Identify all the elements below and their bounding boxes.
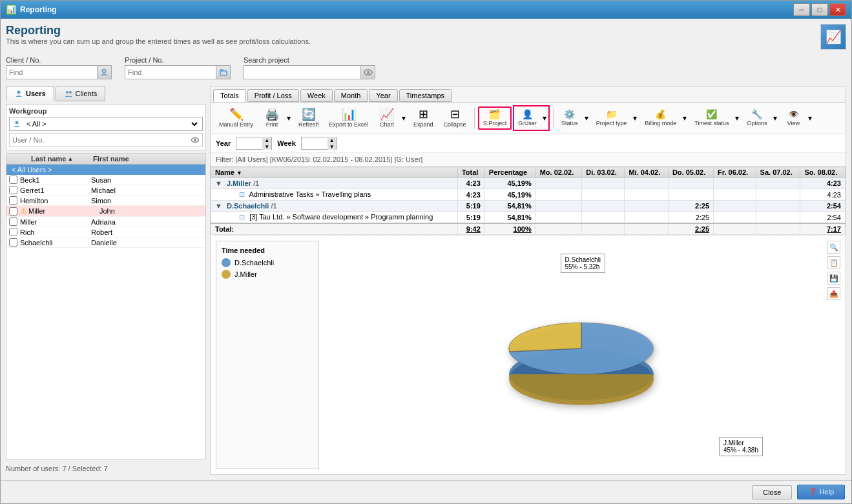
user-row[interactable]: Schaelchli Danielle bbox=[6, 237, 205, 248]
search-project-input[interactable] bbox=[244, 67, 360, 77]
th-name[interactable]: Name ▼ bbox=[211, 167, 458, 178]
user-filter-row bbox=[9, 133, 203, 147]
manual-entry-button[interactable]: ✏️ Manual Entry bbox=[214, 106, 258, 130]
client-input[interactable] bbox=[6, 67, 97, 77]
tab-year[interactable]: Year bbox=[369, 89, 397, 102]
user-link[interactable]: D.Schaelchli bbox=[227, 202, 269, 210]
project-type-button[interactable]: 📁 Project type bbox=[592, 107, 632, 129]
timest-status-button[interactable]: ✅ Timest.status bbox=[690, 107, 733, 129]
th-total[interactable]: Total bbox=[457, 167, 484, 178]
si-project-button[interactable]: 🗂️ S:Project bbox=[478, 106, 512, 130]
table-sub-row[interactable]: ⊡ Administrative Tasks » Travelling plan… bbox=[211, 189, 846, 201]
user-checkbox[interactable] bbox=[9, 217, 17, 226]
expand-row-icon[interactable]: ▼ bbox=[215, 179, 222, 187]
table-group-row[interactable]: ▼ D.Schaelchli /1 5:19 54,81% 2:25 2:54 bbox=[211, 201, 846, 212]
client-search-button[interactable] bbox=[97, 66, 111, 79]
last-name-header[interactable]: Last name ▲ bbox=[9, 155, 93, 163]
manual-entry-icon: ✏️ bbox=[229, 108, 244, 120]
clients-tab[interactable]: Clients bbox=[56, 86, 106, 101]
g-user-button[interactable]: 👤 G:User bbox=[514, 108, 541, 128]
tab-month[interactable]: Month bbox=[334, 89, 368, 102]
minimize-button[interactable]: ─ bbox=[793, 3, 810, 16]
print-dropdown-arrow[interactable]: ▾ bbox=[285, 106, 293, 130]
user-checkbox[interactable] bbox=[9, 228, 17, 236]
print-button[interactable]: 🖨️ Print bbox=[259, 106, 285, 130]
users-tab-label: Users bbox=[26, 90, 46, 97]
th-mi[interactable]: Mi. 04.02. bbox=[625, 167, 669, 178]
close-button[interactable]: Close bbox=[752, 485, 792, 499]
tooltip-miller: J.Miller45% - 4.38h bbox=[719, 437, 763, 456]
table-sub-row[interactable]: ⊡ [3] Tau Ltd. » Software development » … bbox=[211, 212, 846, 224]
user-filter-input[interactable] bbox=[12, 136, 191, 144]
user-row[interactable]: Rich Robert bbox=[6, 227, 205, 237]
project-type-dropdown-arrow[interactable]: ▾ bbox=[631, 106, 639, 130]
user-row[interactable]: Beck1 Susan bbox=[6, 175, 205, 185]
week-input[interactable]: 6 bbox=[302, 138, 327, 148]
timest-status-dropdown-arrow[interactable]: ▾ bbox=[733, 106, 741, 130]
table-group-row[interactable]: ▼ J.Miller /1 4:23 45,19% 4:23 bbox=[211, 178, 846, 189]
view-button[interactable]: 👁️ View bbox=[780, 107, 806, 129]
export-excel-button[interactable]: 📊 Export to Excel bbox=[325, 106, 373, 130]
user-row[interactable]: ⚠ Miller John bbox=[6, 206, 205, 217]
chart-button[interactable]: 📈 Chart bbox=[374, 106, 400, 130]
svg-point-5 bbox=[66, 91, 68, 94]
status-button[interactable]: ⚙️ Status bbox=[557, 107, 583, 129]
chart-zoom-button[interactable]: 🔍 bbox=[827, 241, 840, 254]
tab-week[interactable]: Week bbox=[300, 89, 333, 102]
user-checkbox[interactable] bbox=[9, 176, 17, 184]
options-dropdown-arrow[interactable]: ▾ bbox=[771, 106, 779, 130]
user-checkbox[interactable] bbox=[9, 238, 17, 247]
users-tab[interactable]: Users bbox=[6, 86, 54, 101]
chart-label: Chart bbox=[380, 121, 394, 128]
week-down-arrow[interactable]: ▼ bbox=[327, 143, 337, 150]
g-user-dropdown-arrow[interactable]: ▾ bbox=[541, 106, 548, 130]
user-row[interactable]: Miller Adriana bbox=[6, 217, 205, 227]
do-cell: 2:25 bbox=[668, 223, 713, 235]
tab-timestamps[interactable]: Timestamps bbox=[399, 89, 452, 102]
options-button[interactable]: 🔧 Options bbox=[742, 107, 771, 129]
th-fr[interactable]: Fr. 06.02. bbox=[714, 167, 756, 178]
expand-row-icon[interactable]: ▼ bbox=[215, 202, 222, 210]
th-so[interactable]: So. 08.02. bbox=[800, 167, 846, 178]
user-link[interactable]: J.Miller bbox=[227, 179, 251, 187]
year-input[interactable]: 2015 bbox=[236, 138, 262, 148]
all-users-row[interactable]: < All Users > bbox=[6, 165, 205, 175]
th-mo[interactable]: Mo. 02.02. bbox=[535, 167, 582, 178]
user-checkbox[interactable] bbox=[9, 207, 17, 216]
year-up-arrow[interactable]: ▲ bbox=[262, 137, 271, 143]
th-sa[interactable]: Sa. 07.02. bbox=[756, 167, 800, 178]
chart-save-button[interactable]: 💾 bbox=[827, 272, 840, 285]
status-dropdown-arrow[interactable]: ▾ bbox=[583, 106, 590, 130]
user-checkbox[interactable] bbox=[9, 186, 17, 194]
tab-totals[interactable]: Totals bbox=[213, 89, 246, 102]
th-percentage[interactable]: Percentage bbox=[484, 167, 535, 178]
th-di[interactable]: Di. 03.02. bbox=[582, 167, 625, 178]
chart-dropdown-arrow[interactable]: ▾ bbox=[400, 106, 408, 130]
week-up-arrow[interactable]: ▲ bbox=[327, 137, 337, 143]
chart-copy-button[interactable]: 📋 bbox=[827, 256, 840, 269]
th-do[interactable]: Do. 05.02. bbox=[668, 167, 713, 178]
refresh-button[interactable]: 🔄 Refresh bbox=[294, 106, 324, 130]
collapse-button[interactable]: ⊟ Collapse bbox=[439, 106, 471, 130]
project-input[interactable] bbox=[125, 67, 216, 77]
close-window-button[interactable]: ✕ bbox=[829, 3, 846, 16]
user-row[interactable]: Gerret1 Michael bbox=[6, 185, 205, 196]
billing-mode-button[interactable]: 💰 Billing mode bbox=[640, 107, 681, 129]
workgroup-select[interactable]: < All > bbox=[9, 117, 203, 131]
expand-button[interactable]: ⊞ Expand bbox=[409, 106, 438, 130]
user-row[interactable]: Hemilton Simon bbox=[6, 196, 205, 206]
tab-profit-loss[interactable]: Profit / Loss bbox=[247, 89, 299, 102]
year-down-arrow[interactable]: ▼ bbox=[262, 143, 271, 150]
first-name-header[interactable]: First name bbox=[93, 155, 203, 163]
search-project-eye-button[interactable] bbox=[360, 66, 375, 79]
user-last-name: Miller bbox=[28, 207, 99, 215]
view-dropdown-arrow[interactable]: ▾ bbox=[806, 106, 814, 130]
project-search-button[interactable] bbox=[216, 66, 230, 79]
chart-export-button[interactable]: 📤 bbox=[827, 287, 840, 300]
billing-mode-dropdown-arrow[interactable]: ▾ bbox=[681, 106, 689, 130]
help-button[interactable]: ❓ Help bbox=[797, 485, 845, 499]
row-name-cell: ⊡ [3] Tau Ltd. » Software development » … bbox=[211, 212, 458, 224]
user-checkbox[interactable] bbox=[9, 196, 17, 205]
workgroup-dropdown[interactable]: < All > bbox=[24, 119, 200, 128]
maximize-button[interactable]: □ bbox=[811, 3, 828, 16]
